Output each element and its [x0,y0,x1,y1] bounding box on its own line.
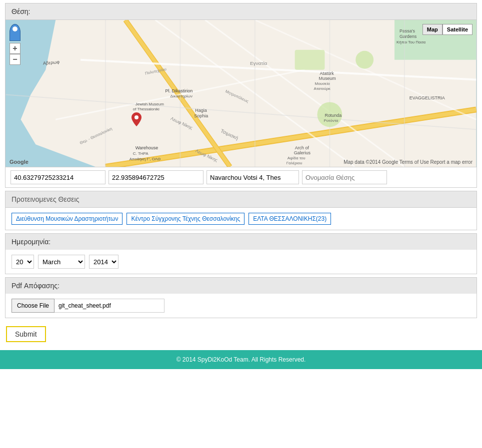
svg-text:Αψίδα του: Αψίδα του [288,156,306,160]
svg-line-11 [156,20,355,167]
svg-text:of Thessaloniki: of Thessaloniki [133,107,160,111]
svg-text:Ατατούρκ: Ατατούρκ [314,86,330,91]
submit-button[interactable]: Submit [6,326,46,342]
svg-text:Εγνατία: Εγνατία [250,60,267,66]
svg-text:Θεμ. - Θεσσαλονίκη: Θεμ. - Θεσσαλονίκη [79,126,113,145]
svg-line-15 [6,94,476,129]
location-pin[interactable] [132,112,142,126]
svg-text:Sophia: Sophia [194,113,208,118]
zoom-out-button[interactable]: − [10,54,20,65]
file-input-area: Choose File git_cheat_sheet.pdf [12,299,470,313]
file-name-display: git_cheat_sheet.pdf [54,299,164,313]
map-attribution: Map data ©2014 Google Terms of Use Repor… [344,159,472,165]
svg-line-9 [126,20,230,167]
pdf-header: Pdf Απόφασης: [6,278,476,294]
satellite-button[interactable]: Satellite [442,24,472,35]
svg-text:EVAGGELISTRIA: EVAGGELISTRIA [410,95,445,100]
location-name-input[interactable] [302,170,387,184]
footer-text: © 2014 SpyDi2KoOd Team. All Rights Reser… [176,356,306,363]
svg-text:Rotunda: Rotunda [324,113,342,118]
svg-line-10 [80,60,476,80]
svg-line-6 [106,109,476,167]
svg-text:Λεωφ Νίκης: Λεωφ Νίκης [170,116,194,130]
svg-text:Ροτόντα: Ροτόντα [324,118,338,123]
svg-text:Hagia: Hagia [195,108,206,113]
svg-text:Jewish Museum: Jewish Museum [136,102,164,106]
thesi-header: Θέση: [6,3,476,20]
svg-text:Γαλέριου: Γαλέριου [286,161,302,165]
svg-text:Pl. Dikastirion: Pl. Dikastirion [166,88,193,93]
svg-text:Arch of: Arch of [295,145,310,150]
thesi-label: Θέση: [12,7,30,15]
svg-text:C. ΤΗΡΑ: C. ΤΗΡΑ [133,151,149,156]
svg-text:Warehouse: Warehouse [136,145,158,150]
map-type-controls: Map Satellite [422,24,472,35]
pegman-icon[interactable] [10,24,20,41]
svg-text:Atatürk: Atatürk [320,71,334,76]
svg-line-8 [126,20,230,167]
pdf-section: Pdf Απόφασης: Choose File git_cheat_shee… [5,277,477,318]
suggestions-section: Προτεινομενες Θεσεις Διεύθυνση Μουσικών … [5,191,477,230]
suggestions-header: Προτεινομενες Θεσεις [6,191,476,208]
month-select[interactable]: JanuaryFebruaryMarchAprilMayJuneJulyAugu… [38,255,85,269]
svg-text:Μητροπόλεως: Μητροπόλεως [224,89,250,104]
zoom-in-button[interactable]: + [10,43,20,54]
year-select[interactable]: 2010201120122013201420152016 [89,255,118,269]
day-select[interactable]: 1234567891011121314151617181920212223242… [12,255,34,269]
suggestion-item-0[interactable]: Διεύθυνση Μουσικών Δραστηριοτήτων [12,213,122,225]
thesi-section: Θέση: Passa's Gardens Κήποι Του Πασα [5,3,477,188]
svg-point-22 [356,51,374,69]
svg-point-21 [317,102,342,127]
address-input[interactable] [206,170,299,184]
suggestion-item-1[interactable]: Κέντρο Σύγχρονης Τέχνης Θεσσαλονίκης [126,213,244,225]
svg-text:Κήποι Του Πασα: Κήποι Του Πασα [396,40,426,44]
svg-text:Μουσείο: Μουσείο [314,81,330,86]
svg-text:Λεωφ Νίκης: Λεωφ Νίκης [194,148,218,163]
google-logo: Google [10,159,28,165]
map-button[interactable]: Map [422,24,442,35]
coordinates-row [6,167,476,187]
svg-point-52 [134,115,138,119]
svg-line-7 [106,109,476,167]
map-controls: + − [10,24,20,65]
svg-rect-0 [6,20,146,167]
date-body: 1234567891011121314151617181920212223242… [6,250,476,274]
svg-text:Museum: Museum [318,76,336,81]
pdf-body: Choose File git_cheat_sheet.pdf [6,294,476,318]
svg-marker-1 [20,20,476,167]
suggestions-body: Διεύθυνση Μουσικών Δραστηριοτήτων Κέντρο… [6,208,476,230]
svg-text:Αποθήκη Γ', ΟΛΘ: Αποθήκη Γ', ΟΛΘ [130,157,160,161]
longitude-input[interactable] [108,170,204,184]
svg-line-12 [205,20,404,167]
svg-text:Τσιμισκή: Τσιμισκή [220,128,239,141]
svg-text:Αβερωφ: Αβερωφ [43,59,60,66]
map-container: Passa's Gardens Κήποι Του Πασα [6,20,476,167]
suggestion-item-2[interactable]: ΕΛΤΑ ΘΕΣΣΑΛΟΝΙΚΗΣ(23) [248,213,331,225]
svg-rect-23 [295,50,325,70]
submit-area: Submit [0,321,482,347]
svg-text:Galerius: Galerius [294,150,311,155]
date-section: Ημερομηνία: 1234567891011121314151617181… [5,233,477,274]
footer: © 2014 SpyDi2KoOd Team. All Rights Reser… [0,350,482,369]
choose-file-button[interactable]: Choose File [12,299,54,313]
svg-text:Gardens: Gardens [400,34,417,39]
latitude-input[interactable] [10,170,106,184]
svg-text:Passa's: Passa's [400,28,416,33]
svg-line-14 [56,70,304,120]
date-header: Ημερομηνία: [6,234,476,250]
svg-text:Δικαστηρίων: Δικαστηρίων [170,94,192,98]
svg-text:Πολυτεχνίου: Πολυτεχνίου [144,67,167,76]
